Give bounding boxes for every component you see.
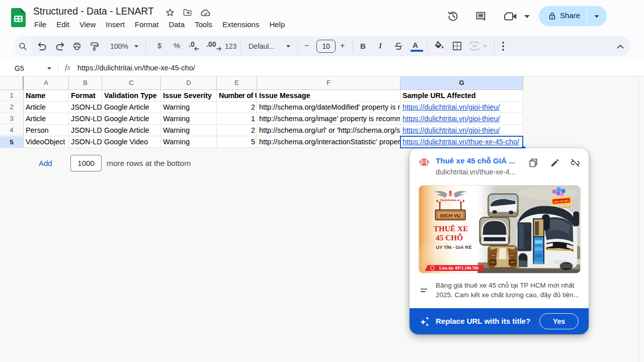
svg-text:UY TÍN - GIÁ RẺ: UY TÍN - GIÁ RẺ xyxy=(436,244,471,250)
svg-text:Liên hệ: 0971.100.700: Liên hệ: 0971.100.700 xyxy=(439,266,478,270)
svg-text:DỊCH VỤ: DỊCH VỤ xyxy=(440,213,461,218)
svg-text:Dulichtritai.vn: Dulichtritai.vn xyxy=(440,199,460,202)
svg-text:45 CHỖ: 45 CHỖ xyxy=(436,233,463,242)
svg-text:THUÊ XE: THUÊ XE xyxy=(434,224,468,233)
